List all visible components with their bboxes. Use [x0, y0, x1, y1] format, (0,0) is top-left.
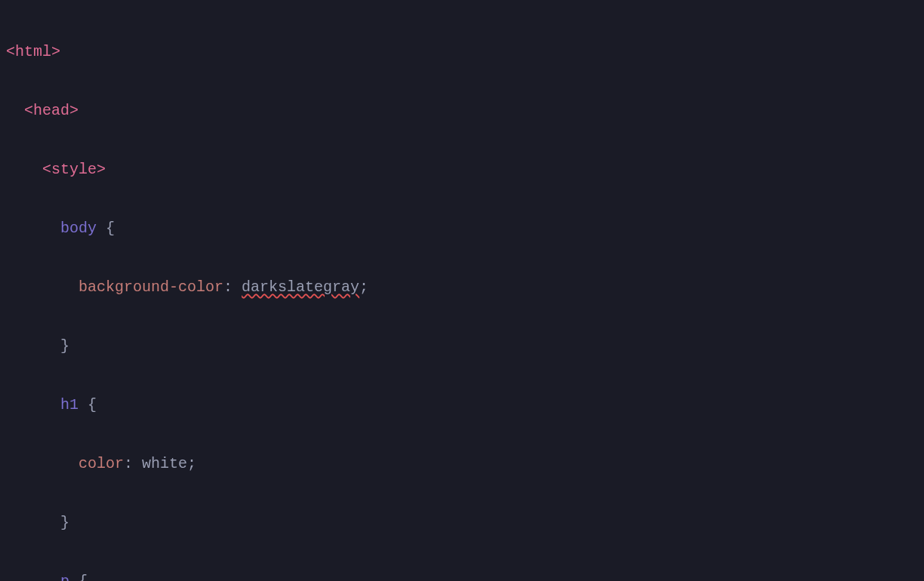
- brace: {: [106, 220, 115, 237]
- tag-html: html: [15, 43, 51, 60]
- bracket: >: [51, 43, 60, 60]
- code-line: h1 {: [6, 390, 918, 420]
- bracket: >: [97, 161, 106, 178]
- css-property: background-color: [79, 278, 223, 296]
- code-line: body {: [6, 214, 918, 243]
- colon: :: [223, 278, 233, 296]
- code-line: }: [6, 331, 918, 361]
- brace: }: [60, 337, 69, 355]
- code-line: <html>: [6, 37, 918, 66]
- tag-style: style: [51, 161, 97, 178]
- tag-head: head: [33, 102, 69, 119]
- css-selector-p: p: [60, 573, 69, 581]
- bracket: <: [24, 102, 33, 119]
- semicolon: ;: [359, 278, 368, 296]
- bracket: >: [69, 102, 79, 119]
- brace: {: [79, 573, 88, 581]
- css-selector-body: body: [60, 220, 97, 237]
- colon: :: [124, 455, 133, 472]
- css-value: white: [142, 455, 187, 472]
- brace: }: [60, 514, 69, 531]
- code-line: <head>: [6, 96, 918, 125]
- bracket: <: [6, 43, 15, 60]
- code-editor[interactable]: <html> <head> <style> body { background-…: [6, 8, 918, 581]
- code-line: p {: [6, 567, 918, 581]
- code-line: }: [6, 508, 918, 537]
- code-line: color: white;: [6, 449, 918, 478]
- brace: {: [88, 396, 97, 413]
- code-line: background-color: darkslategray;: [6, 272, 918, 302]
- css-selector-h1: h1: [60, 396, 79, 413]
- semicolon: ;: [187, 455, 196, 472]
- css-property: color: [79, 455, 124, 472]
- bracket: <: [42, 161, 51, 178]
- css-value-spellcheck: darkslategray: [242, 278, 359, 296]
- code-line: <style>: [6, 155, 918, 184]
